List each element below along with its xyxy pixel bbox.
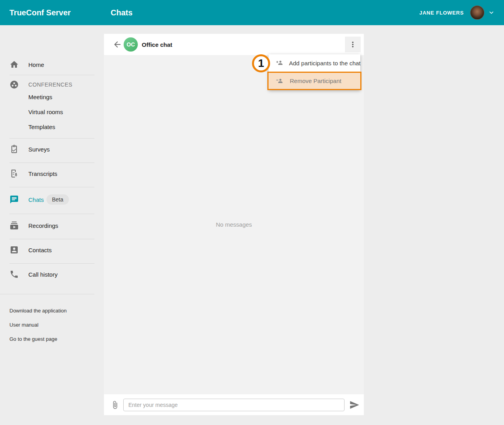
back-button[interactable] <box>109 37 125 52</box>
divider <box>9 138 94 139</box>
user-avatar <box>470 6 484 20</box>
person-add-icon <box>276 59 284 67</box>
contacts-icon <box>9 245 19 255</box>
sidebar-item-templates[interactable]: Templates <box>0 119 104 135</box>
divider <box>9 187 94 187</box>
sidebar-section-label: CONFERENCES <box>28 81 72 88</box>
sidebar-item-call-history[interactable]: Call history <box>0 266 104 282</box>
app-title: TrueConf Server <box>9 0 71 25</box>
chat-options-menu: Add participants to the chat Remove Part… <box>269 54 360 90</box>
paperclip-icon <box>111 401 119 409</box>
link-download-application[interactable]: Download the application <box>9 306 94 315</box>
arrow-back-icon <box>113 40 122 49</box>
sidebar-item-transcripts[interactable]: Transcripts <box>0 166 104 181</box>
message-input[interactable] <box>123 399 345 411</box>
home-icon <box>9 60 19 69</box>
sidebar-item-label: Chats <box>28 196 44 203</box>
divider <box>9 239 94 239</box>
recordings-icon <box>9 221 19 230</box>
more-vert-icon <box>348 40 357 49</box>
sidebar-item-label: Contacts <box>28 247 52 253</box>
sidebar-item-label: Virtual rooms <box>28 109 63 115</box>
conferences-icon <box>9 80 19 89</box>
sidebar-item-meetings[interactable]: Meetings <box>0 89 104 105</box>
transcripts-icon <box>9 169 19 178</box>
menu-item-label: Add participants to the chat <box>289 60 361 67</box>
sidebar-item-label: Transcripts <box>28 170 57 177</box>
chat-title: Office chat <box>142 34 172 55</box>
sidebar-item-label: Recordings <box>28 222 58 229</box>
sidebar-item-label: Templates <box>28 124 55 130</box>
divider <box>9 75 94 75</box>
beta-badge: Beta <box>46 194 69 205</box>
surveys-icon <box>9 144 19 154</box>
send-icon <box>349 400 359 410</box>
chat-header: OC Office chat <box>104 34 364 55</box>
menu-item-label: Remove Participant <box>290 78 341 84</box>
sidebar: Home CONFERENCES Meetings Virtual rooms … <box>0 25 104 425</box>
divider <box>9 263 94 264</box>
send-button[interactable] <box>348 399 361 411</box>
attach-file-button[interactable] <box>110 399 120 410</box>
user-name: JANE FLOWERS <box>419 10 464 16</box>
chats-icon <box>9 195 19 204</box>
sidebar-item-virtual-rooms[interactable]: Virtual rooms <box>0 104 104 120</box>
message-composer <box>104 394 364 415</box>
chat-options-button[interactable] <box>345 37 361 52</box>
sidebar-item-label: Surveys <box>28 146 50 153</box>
divider <box>0 294 94 294</box>
link-guest-page[interactable]: Go to the guest page <box>9 334 94 343</box>
sidebar-item-contacts[interactable]: Contacts <box>0 242 104 258</box>
divider <box>9 163 94 163</box>
sidebar-item-recordings[interactable]: Recordings <box>0 218 104 233</box>
link-user-manual[interactable]: User manual <box>9 320 94 329</box>
top-bar: TrueConf Server Chats JANE FLOWERS <box>0 0 504 25</box>
page-title: Chats <box>111 0 133 25</box>
annotation-callout-1: 1 <box>252 54 270 72</box>
sidebar-item-label: Call history <box>28 271 57 278</box>
person-remove-icon <box>276 77 284 85</box>
divider <box>9 214 94 214</box>
menu-item-remove-participant[interactable]: Remove Participant <box>267 72 361 90</box>
chat-avatar: OC <box>124 37 138 52</box>
chat-panel: OC Office chat No messages Add participa… <box>104 34 364 415</box>
user-menu[interactable]: JANE FLOWERS <box>419 0 495 25</box>
sidebar-item-surveys[interactable]: Surveys <box>0 141 104 157</box>
chevron-down-icon <box>487 9 495 17</box>
sidebar-item-label: Home <box>28 61 44 68</box>
empty-state-text: No messages <box>104 221 364 228</box>
sidebar-item-home[interactable]: Home <box>0 57 104 72</box>
sidebar-item-label: Meetings <box>28 94 52 100</box>
sidebar-item-chats[interactable]: Chats Beta <box>0 192 104 207</box>
menu-item-add-participants[interactable]: Add participants to the chat <box>269 54 360 72</box>
call-history-icon <box>9 270 19 279</box>
